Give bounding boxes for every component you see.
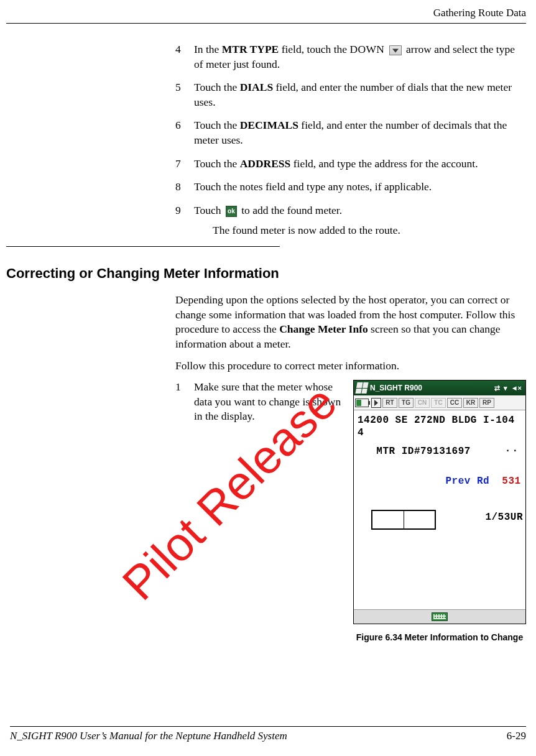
step-body: Make sure that the meter whose data you … [194, 380, 344, 424]
prev-read-label: Prev Rd [445, 476, 489, 487]
text: Touch the notes field and type any notes… [194, 180, 432, 193]
paragraph-1: Depending upon the options selected by t… [175, 293, 526, 352]
footer: N_SIGHT R900 User’s Manual for the Neptu… [10, 726, 526, 744]
toolbar-cc: CC [447, 398, 462, 408]
step-number: 4 [175, 42, 194, 71]
field-name: MTR TYPE [222, 43, 279, 55]
step-8: 8 Touch the notes field and type any not… [175, 180, 526, 195]
toolbar-tg: TG [399, 398, 414, 408]
keyboard-icon [432, 612, 448, 621]
toolbar-tc: TC [431, 398, 446, 408]
text: Touch the [194, 119, 240, 131]
device-statusbar [354, 609, 525, 624]
section-rule [6, 246, 280, 247]
battery-icon [355, 399, 369, 407]
text: Touch the [194, 81, 240, 93]
step-number: 6 [175, 118, 194, 147]
step-after: The found meter is now added to the rout… [213, 223, 526, 238]
address-line-1: 14200 SE 272ND BLDG I-104 [358, 414, 522, 426]
top-rule [6, 23, 526, 24]
down-arrow-icon [389, 45, 402, 55]
play-icon [371, 398, 381, 408]
section-title: Correcting or Changing Meter Information [6, 264, 526, 283]
reading-input-box [371, 510, 436, 530]
device-titlebar: N_SIGHT R900 ⇄ ▾ ◄× [354, 380, 525, 395]
step-5: 5 Touch the DIALS field, and enter the n… [175, 80, 526, 109]
step-4: 4 In the MTR TYPE field, touch the DOWN … [175, 42, 526, 71]
toolbar-cn: CN [415, 398, 430, 408]
windows-icon [355, 382, 368, 394]
text: In the [194, 43, 222, 55]
toolbar-kr: KR [463, 398, 478, 408]
step-body: Touch the DIALS field, and enter the num… [194, 80, 526, 109]
sequence-label: 1/53UR [485, 511, 523, 523]
ok-icon: ok [226, 206, 237, 217]
step-number: 1 [175, 380, 194, 424]
device-content: 14200 SE 272ND BLDG I-104 4 MTR ID#79131… [354, 410, 525, 609]
device-toolbar: RT TG CN TC CC KR RP [354, 395, 525, 410]
down-label: DOWN [349, 43, 384, 55]
text: Touch the [194, 157, 240, 170]
step-number: 8 [175, 180, 194, 195]
screen-name: Change Meter Info [279, 323, 368, 335]
step-7: 7 Touch the ADDRESS field, and type the … [175, 157, 526, 172]
paragraph-2: Follow this procedure to correct meter i… [175, 359, 526, 374]
signal-icon: ▾ [504, 380, 507, 395]
prev-read-value: 531 [502, 476, 520, 487]
footer-page-number: 6-29 [507, 729, 526, 744]
footer-left: N_SIGHT R900 User’s Manual for the Neptu… [10, 729, 287, 744]
field-name: DIALS [240, 81, 274, 93]
step-number: 7 [175, 157, 194, 172]
device-screenshot: N_SIGHT R900 ⇄ ▾ ◄× RT TG CN TC [353, 380, 526, 624]
step-6: 6 Touch the DECIMALS field, and enter th… [175, 118, 526, 147]
text: field, and type the address for the acco… [290, 157, 478, 170]
prev-read-line: Prev Rd 531 [358, 463, 522, 500]
step-9: 9 Touch ok to add the found meter. The f… [175, 203, 526, 237]
dots-indicator: .. [505, 443, 519, 455]
bottom-rule [10, 726, 526, 727]
step-body: Touch the DECIMALS field, and enter the … [194, 118, 526, 147]
toolbar-rt: RT [382, 398, 397, 408]
step-body: In the MTR TYPE field, touch the DOWN ar… [194, 42, 526, 71]
text: to add the found meter. [241, 204, 342, 216]
text: Touch [194, 204, 224, 216]
toolbar-rp: RP [479, 398, 494, 408]
step-body: Touch ok to add the found meter. The fou… [194, 203, 526, 237]
address-line-2: 4 [358, 426, 522, 439]
header-section: Gathering Route Data [6, 6, 526, 21]
field-name: ADDRESS [240, 157, 291, 170]
step-number: 5 [175, 80, 194, 109]
title-status-icons: ⇄ ▾ ◄× [494, 380, 525, 395]
step-1: 1 Make sure that the meter whose data yo… [175, 380, 344, 424]
device-title: N_SIGHT R900 [370, 380, 494, 395]
figure-caption: Figure 6.34 Meter Information to Change [353, 632, 526, 643]
step-body: Touch the ADDRESS field, and type the ad… [194, 157, 526, 172]
meter-id-line: MTR ID#79131697 [358, 445, 522, 458]
text: field, touch the [279, 43, 349, 55]
field-name: DECIMALS [240, 119, 298, 131]
connect-icon: ⇄ [494, 380, 500, 395]
step-body: Touch the notes field and type any notes… [194, 180, 526, 195]
step-number: 9 [175, 203, 194, 237]
speaker-icon: ◄× [511, 380, 522, 395]
